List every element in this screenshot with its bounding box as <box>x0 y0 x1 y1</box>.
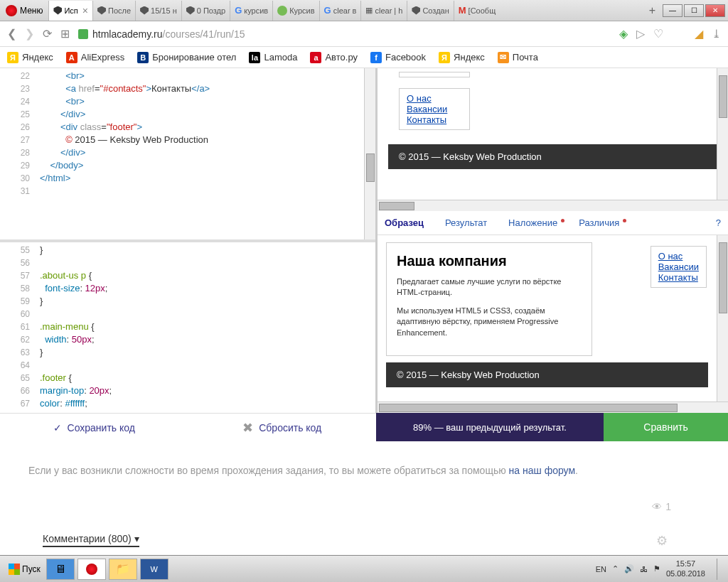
tray-network-icon[interactable]: 🖧 <box>640 565 648 573</box>
tab-overlay[interactable]: Наложение <box>508 217 557 228</box>
tab-diff[interactable]: Различия <box>579 217 619 228</box>
comments-toggle[interactable]: Комментарии (800) ▾ <box>43 533 139 547</box>
taskbar-app1[interactable]: 🖥 <box>46 559 75 580</box>
result-tabs: Образец Результат Наложение Различия ? <box>378 211 728 235</box>
browser-tab[interactable]: Gкурсив <box>230 1 272 21</box>
css-editor[interactable]: 55565758596061626364656667686970 } .abou… <box>0 242 375 414</box>
bookmark-icon: la <box>249 52 260 63</box>
bookmarks-bar: ЯЯндексAAliExpressBБронирование отелlaLa… <box>0 47 728 68</box>
speed-dial-button[interactable]: ⊞ <box>60 27 70 41</box>
save-button[interactable]: ✓Сохранить код <box>0 413 188 441</box>
scrollbar[interactable] <box>717 235 728 402</box>
google-icon: G <box>324 5 331 16</box>
window-controls: — ☐ ✕ <box>663 4 728 17</box>
company-box: Наша компания Предлагает самые лучшие ус… <box>386 242 592 356</box>
h-scrollbar[interactable] <box>378 200 728 211</box>
bookmark-item[interactable]: BБронирование отел <box>137 52 236 63</box>
gmail-icon: M <box>459 5 466 16</box>
url-bar[interactable]: htmlacademy.ru/courses/41/run/15 <box>78 28 611 40</box>
taskbar-word[interactable]: W <box>140 559 168 580</box>
taskbar-opera[interactable] <box>77 559 106 580</box>
bookmark-icon: f <box>370 52 382 63</box>
bookmark-icon[interactable]: ◢ <box>695 27 703 41</box>
bookmark-item[interactable]: ЯЯндекс <box>439 52 485 63</box>
show-desktop[interactable] <box>717 559 724 580</box>
slink-about[interactable]: О нас <box>658 251 699 262</box>
close-button[interactable]: ✕ <box>705 4 725 17</box>
taskbar-explorer[interactable]: 📁 <box>109 559 137 580</box>
bookmark-item[interactable]: ЯЯндекс <box>7 52 53 63</box>
tray-chevron-icon[interactable]: ⌃ <box>612 564 619 573</box>
shield-icon <box>186 6 195 15</box>
scrollbar[interactable] <box>364 68 375 239</box>
lock-icon <box>78 29 88 39</box>
reload-button[interactable]: ⟳ <box>43 27 52 41</box>
preview-menu: О нас Вакансии Контакты <box>399 88 470 130</box>
bookmark-item[interactable]: ✉Почта <box>498 52 538 63</box>
maximize-button[interactable]: ☐ <box>684 4 704 17</box>
slink-vacancies[interactable]: Вакансии <box>658 262 699 272</box>
shield-icon <box>53 6 62 15</box>
preview-footer: © 2015 — Keksby Web Production <box>388 144 717 169</box>
html-editor[interactable]: 22232425262728293031 <br> <a href="#cont… <box>0 68 375 239</box>
scrollbar[interactable] <box>717 68 728 200</box>
titlebar: Меню Исп×После15/15 н0 ПоздрGкурсивКурси… <box>0 0 728 21</box>
forward-button[interactable]: ❯ <box>25 27 34 41</box>
url-path: /courses/41/run/15 <box>163 28 245 40</box>
bookmark-icon: Я <box>439 52 450 63</box>
tray-flag-icon[interactable]: ⚑ <box>653 564 660 573</box>
browser-tab[interactable]: Курсив <box>272 1 318 21</box>
compare-button[interactable]: Сравнить <box>604 413 728 441</box>
windows-icon <box>9 564 20 575</box>
h-scrollbar[interactable] <box>378 402 728 413</box>
link-about[interactable]: О нас <box>407 93 462 104</box>
clock[interactable]: 15:5705.08.2018 <box>666 559 711 578</box>
system-tray: EN ⌃ 🔊 🖧 ⚑ 15:5705.08.2018 <box>596 559 724 580</box>
browser-tab[interactable]: 0 Поздр <box>181 1 230 21</box>
new-tab-button[interactable]: + <box>642 4 663 17</box>
back-button[interactable]: ❮ <box>7 27 16 41</box>
download-icon[interactable]: ⤓ <box>712 27 721 41</box>
help-text: Если у вас возникли сложности во время п… <box>0 441 728 500</box>
check-icon: ✓ <box>53 422 62 433</box>
tab-help[interactable]: ? <box>716 217 721 228</box>
tab-result[interactable]: Результат <box>445 217 487 228</box>
lang-indicator[interactable]: EN <box>596 565 606 573</box>
heart-icon[interactable]: ♡ <box>653 27 663 41</box>
link-contacts[interactable]: Контакты <box>407 114 462 125</box>
browser-tab[interactable]: M[Сообщ <box>454 1 500 21</box>
bookmark-item[interactable]: fFacebook <box>370 52 426 63</box>
bookmark-icon: B <box>137 52 149 63</box>
close-tab-icon[interactable]: × <box>82 5 88 16</box>
browser-tab[interactable]: ▦clear | h <box>360 1 407 21</box>
cube-icon[interactable]: ◈ <box>619 27 628 41</box>
browser-tab[interactable]: Создан <box>407 1 453 21</box>
bookmark-item[interactable]: aАвто.ру <box>310 52 358 63</box>
google-icon: G <box>235 5 242 16</box>
slink-contacts[interactable]: Контакты <box>658 272 699 283</box>
bookmark-item[interactable]: AAliExpress <box>66 52 124 63</box>
menu-label: Меню <box>20 6 43 16</box>
company-title: Наша компания <box>397 253 582 269</box>
editor-column: 22232425262728293031 <br> <a href="#cont… <box>0 68 375 413</box>
start-button[interactable]: Пуск <box>4 562 45 576</box>
navbar: ❮ ❯ ⟳ ⊞ htmlacademy.ru/courses/41/run/15… <box>0 21 728 47</box>
forum-link[interactable]: на наш форум <box>509 465 575 476</box>
tab-sample[interactable]: Образец <box>385 217 424 228</box>
opera-menu[interactable]: Меню <box>0 5 48 16</box>
send-icon[interactable]: ▷ <box>636 27 645 41</box>
site-icon <box>277 6 287 16</box>
taskbar: Пуск 🖥 📁 W EN ⌃ 🔊 🖧 ⚑ 15:5705.08.2018 <box>0 555 728 582</box>
preview-result: О нас Вакансии Контакты © 2015 — Keksby … <box>378 68 728 200</box>
browser-tab[interactable]: Исп× <box>48 1 92 21</box>
browser-tab[interactable]: 15/15 н <box>135 1 181 21</box>
tray-volume-icon[interactable]: 🔊 <box>624 564 634 573</box>
link-vacancies[interactable]: Вакансии <box>407 104 462 114</box>
site-icon: ▦ <box>365 6 373 15</box>
browser-tab[interactable]: После <box>92 1 135 21</box>
minimize-button[interactable]: — <box>663 4 682 17</box>
reset-button[interactable]: ✖Сбросить код <box>188 413 377 441</box>
browser-tab[interactable]: Gclear в <box>319 1 361 21</box>
settings-icon[interactable]: ⚙ <box>656 533 668 549</box>
bookmark-item[interactable]: laLamoda <box>249 52 297 63</box>
